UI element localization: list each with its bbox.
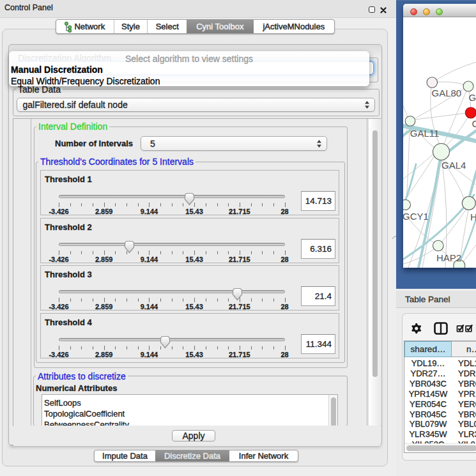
svg-text:GAL11: GAL11 — [410, 128, 440, 139]
svg-text:GCY1: GCY1 — [403, 211, 429, 222]
svg-text:H: H — [470, 211, 476, 222]
svg-text:HAP2: HAP2 — [436, 252, 461, 263]
svg-text:CD: CD — [472, 118, 476, 129]
svg-text:GAL4: GAL4 — [441, 160, 466, 171]
svg-text:GA: GA — [469, 92, 476, 103]
svg-text:GAL80: GAL80 — [432, 88, 462, 98]
